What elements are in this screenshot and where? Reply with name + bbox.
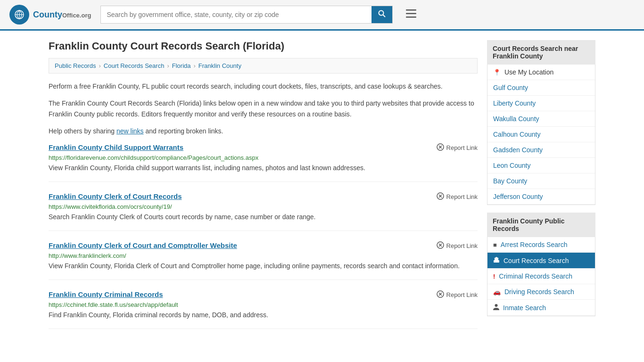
sidebar-public-records-section: Franklin County Public Records ■ Arrest … bbox=[487, 213, 595, 316]
description-1: Perform a free Franklin County, FL publi… bbox=[49, 81, 478, 91]
breadcrumb-sep2: › bbox=[167, 62, 169, 69]
record-title[interactable]: Franklin County Clerk of Court Records bbox=[49, 192, 182, 200]
new-links-link[interactable]: new links bbox=[116, 127, 144, 135]
record-title[interactable]: Franklin County Clerk of Court and Compt… bbox=[49, 241, 237, 249]
breadcrumb-public-records[interactable]: Public Records bbox=[55, 62, 96, 69]
record-entry: Franklin County Criminal Records Report … bbox=[49, 290, 478, 329]
location-pin-icon: 📍 bbox=[493, 69, 501, 76]
breadcrumb-franklin-county[interactable]: Franklin County bbox=[198, 62, 241, 69]
logo[interactable]: CountyOffice.org bbox=[9, 5, 91, 25]
breadcrumb-sep1: › bbox=[99, 62, 100, 69]
sidebar-item-arrest-records[interactable]: ■ Arrest Records Search bbox=[487, 237, 595, 253]
search-input[interactable] bbox=[101, 6, 372, 23]
svg-rect-6 bbox=[406, 9, 416, 11]
menu-button[interactable] bbox=[402, 7, 420, 23]
driving-records-icon: 🚗 bbox=[493, 288, 501, 296]
breadcrumb: Public Records › Court Records Search › … bbox=[49, 58, 478, 74]
svg-rect-22 bbox=[495, 258, 498, 260]
main-container: Franklin County Court Records Search (Fl… bbox=[39, 31, 605, 349]
records-list: Franklin County Child Support Warrants R… bbox=[49, 143, 478, 329]
record-desc: View Franklin County, Florida child supp… bbox=[49, 163, 478, 173]
svg-rect-7 bbox=[406, 13, 416, 15]
court-records-icon bbox=[493, 256, 500, 264]
record-url: http://www.franklinclerk.com/ bbox=[49, 252, 478, 259]
record-desc: Find Franklin County, Florida criminal r… bbox=[49, 310, 478, 320]
svg-rect-8 bbox=[406, 16, 416, 18]
report-link-button[interactable]: Report Link bbox=[437, 143, 478, 152]
header: CountyOffice.org bbox=[0, 0, 644, 31]
record-url: https://cchinet.fdle.state.fl.us/search/… bbox=[49, 301, 478, 308]
sidebar-item-inmate-search[interactable]: Inmate Search bbox=[487, 300, 595, 316]
content-area: Franklin County Court Records Search (Fl… bbox=[49, 40, 478, 339]
sidebar-item-leon-county[interactable]: Leon County bbox=[487, 158, 595, 173]
record-entry: Franklin County Child Support Warrants R… bbox=[49, 143, 478, 182]
sidebar-item-bay-county[interactable]: Bay County bbox=[487, 173, 595, 189]
svg-line-5 bbox=[383, 15, 386, 17]
report-link-button[interactable]: Report Link bbox=[437, 241, 478, 250]
report-icon bbox=[437, 290, 444, 299]
search-button[interactable] bbox=[372, 6, 392, 23]
svg-point-4 bbox=[379, 11, 384, 16]
record-title[interactable]: Franklin County Criminal Records bbox=[49, 290, 163, 298]
search-bar bbox=[100, 6, 393, 24]
sidebar-use-location[interactable]: 📍 Use My Location bbox=[487, 65, 595, 80]
sidebar-item-gulf-county[interactable]: Gulf County bbox=[487, 80, 595, 96]
sidebar-item-jefferson-county[interactable]: Jefferson County bbox=[487, 189, 595, 205]
report-link-button[interactable]: Report Link bbox=[437, 290, 478, 299]
breadcrumb-florida[interactable]: Florida bbox=[172, 62, 191, 69]
record-title-row: Franklin County Clerk of Court Records R… bbox=[49, 192, 478, 201]
sidebar-public-records-items: ■ Arrest Records Search Court Records Se… bbox=[487, 237, 595, 316]
record-title[interactable]: Franklin County Child Support Warrants bbox=[49, 143, 183, 151]
sidebar-nearby-section: Court Records Search near Franklin Count… bbox=[487, 40, 595, 205]
sidebar-item-calhoun-county[interactable]: Calhoun County bbox=[487, 127, 595, 142]
record-title-row: Franklin County Clerk of Court and Compt… bbox=[49, 241, 478, 250]
svg-point-24 bbox=[495, 304, 498, 307]
sidebar-public-records-header: Franklin County Public Records bbox=[487, 213, 595, 237]
report-icon bbox=[437, 192, 444, 201]
breadcrumb-court-records-search[interactable]: Court Records Search bbox=[104, 62, 165, 69]
svg-rect-21 bbox=[494, 260, 499, 263]
sidebar-item-criminal-records[interactable]: ! Criminal Records Search bbox=[487, 269, 595, 284]
sidebar-item-gadsden-county[interactable]: Gadsden County bbox=[487, 142, 595, 158]
record-entry: Franklin County Clerk of Court Records R… bbox=[49, 192, 478, 231]
sidebar-item-court-records[interactable]: Court Records Search bbox=[487, 253, 595, 269]
sidebar-nearby-header: Court Records Search near Franklin Count… bbox=[487, 40, 595, 65]
inmate-search-icon bbox=[493, 304, 499, 312]
record-url: https://floridarevenue.com/childsupport/… bbox=[49, 154, 478, 161]
sidebar-nearby-items: 📍 Use My Location Gulf County Liberty Co… bbox=[487, 65, 595, 205]
record-url: https://www.civitekflorida.com/ocrs/coun… bbox=[49, 203, 478, 210]
report-icon bbox=[437, 241, 444, 250]
description-3: Help others by sharing new links and rep… bbox=[49, 126, 478, 136]
sidebar-item-wakulla-county[interactable]: Wakulla County bbox=[487, 111, 595, 127]
arrest-records-icon: ■ bbox=[493, 241, 497, 248]
report-icon bbox=[437, 143, 444, 152]
description-2: The Franklin County Court Records Search… bbox=[49, 98, 478, 119]
record-title-row: Franklin County Criminal Records Report … bbox=[49, 290, 478, 299]
criminal-records-icon: ! bbox=[493, 273, 495, 280]
sidebar-item-liberty-county[interactable]: Liberty County bbox=[487, 96, 595, 111]
sidebar-item-driving-records[interactable]: 🚗 Driving Records Search bbox=[487, 284, 595, 300]
record-entry: Franklin County Clerk of Court and Compt… bbox=[49, 241, 478, 280]
record-desc: View Franklin County, Florida Clerk of C… bbox=[49, 261, 478, 271]
page-title: Franklin County Court Records Search (Fl… bbox=[49, 40, 478, 52]
sidebar: Court Records Search near Franklin Count… bbox=[487, 40, 595, 339]
record-title-row: Franklin County Child Support Warrants R… bbox=[49, 143, 478, 152]
record-desc: Search Franklin County Clerk of Courts c… bbox=[49, 212, 478, 222]
breadcrumb-sep3: › bbox=[194, 62, 196, 69]
svg-marker-23 bbox=[494, 257, 499, 258]
logo-text: CountyOffice.org bbox=[33, 10, 91, 20]
logo-icon bbox=[9, 5, 29, 25]
report-link-button[interactable]: Report Link bbox=[437, 192, 478, 201]
